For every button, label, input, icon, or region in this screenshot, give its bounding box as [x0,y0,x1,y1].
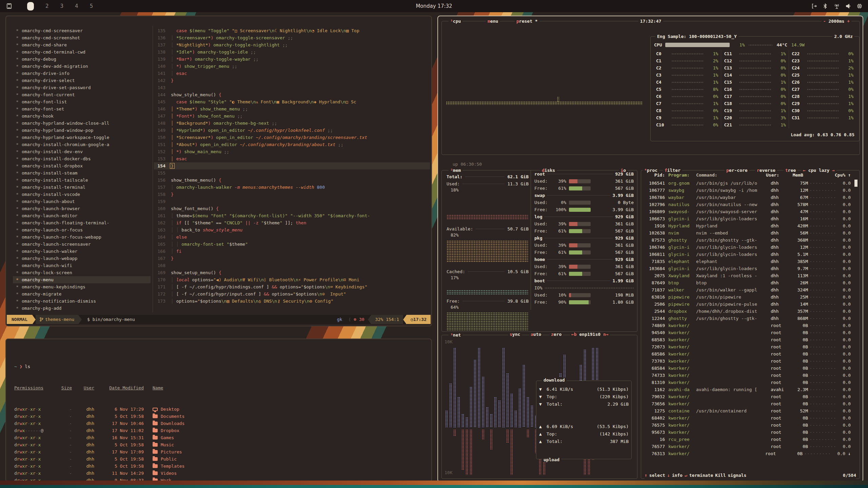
file-tree-item[interactable]: *omarchy-font-set [13,105,151,113]
table-row[interactable]: 12244ghostty/usr/bin/ghostty --gtk-dhh86… [644,315,851,322]
file-tree-item[interactable]: *omarchy-launch-about [13,198,151,205]
table-row[interactable]: 71835elephantelephantdhh385M·········0.0 [644,258,851,265]
kill-key[interactable]: Kill [715,473,726,478]
file-tree-item[interactable]: *omarchy-launch-walker [13,248,151,255]
table-row[interactable]: 1275containe/usr/bin/containerdroot52M··… [644,407,851,414]
table-row[interactable]: 81310kworker/root0B·········0.0 [644,379,851,386]
menu-button[interactable]: menu [486,18,500,24]
file-tree-item[interactable]: *omarchy-hook [13,113,151,120]
cpu-box-title[interactable]: ¹cpu [449,18,462,24]
network-icon[interactable] [833,3,840,9]
code-editor[interactable]: 135 case $(menu "Toggle" "◫ Screensaver\… [154,27,430,305]
code-line[interactable]: 140│ *) show_trigger_menu ;; [154,63,430,70]
bluetooth-icon[interactable] [822,3,828,9]
code-line[interactable]: 156show_theme_menu() { [154,177,430,184]
table-row[interactable]: 73703kworker/root0B·········0.0 [644,358,851,365]
file-tree-item[interactable]: *omarchy-drive-set-password [13,84,151,91]
table-row[interactable]: 106746glycin-i/usr/lib/glycin-loadersdhh… [644,244,851,251]
table-row[interactable]: 102638nvimnvim --embeddhh56M·········0.0 [644,229,851,237]
code-line[interactable]: 163│ │ back_to show_style_menu [154,226,430,233]
code-line[interactable]: 160show_font_menu() { [154,205,430,212]
file-tree-item[interactable]: *omarchy-hyprland-window-close-all [13,120,151,127]
table-row[interactable]: 68583kworker/root0B·········0.0 [644,336,851,343]
file-tree-item[interactable]: *omarchy-launch-floating-terminal- [13,219,151,226]
table-row[interactable]: 63816pipewire/usr/bin/pipewiredhh25M····… [644,293,851,301]
file-tree-item[interactable]: *omarchy-install-dev-env [13,148,151,155]
table-row[interactable]: 106811glycin-i/usr/lib/glycin-loadersdhh… [644,251,851,258]
list-item[interactable]: drwxr-xr-x-dhh 5 Oct 19:58Public [14,455,425,463]
code-line[interactable]: 155 [154,169,430,177]
signals-key[interactable]: signals [728,473,747,478]
file-tree-item[interactable]: *omarchy-cmd-screensaver [13,27,151,34]
file-tree-item[interactable]: *omarchy-install-tailscale [13,177,151,184]
table-row[interactable]: 95673kworker/root0B·········0.0 [644,429,851,436]
code-line[interactable]: 170│ local options="◀) Audio\nΨ Wifi\nᛒ … [154,276,430,283]
table-row[interactable]: 106673glycin-i/usr/lib/glycin-loadersdhh… [644,215,851,222]
file-tree-item[interactable]: *omarchy-cmd-share [13,41,151,48]
code-line[interactable]: 144show_style_menu() { [154,91,430,98]
code-line[interactable]: 145 case $(menu "Style" "◐ Theme\nᴀ Font… [154,98,430,105]
file-tree-item[interactable]: *omarchy-install-docker-dbs [13,155,151,162]
power-icon[interactable] [811,3,817,9]
file-tree-item[interactable]: *omarchy-install-terminal [13,184,151,191]
code-line[interactable]: 148│ *Background*) omarchy-theme-bg-next… [154,120,430,127]
table-row[interactable]: 106786waybar/usr/bin/waybardhh67M·······… [644,194,851,201]
list-item[interactable]: drwxr-xr-x-dhh 5 Oct 19:58Music [14,441,425,448]
file-tree-item[interactable]: *omarchy-drive-info [13,70,151,77]
list-item[interactable]: drwxr-xr-x-dhh 5 Oct 19:58Templates [14,463,425,470]
net-box-title[interactable]: ³net [449,332,462,338]
code-line[interactable]: 141│ esac [154,70,430,77]
proc-scrollbar[interactable] [854,180,857,187]
code-line[interactable]: 166│ fi [154,248,430,255]
file-tree-item[interactable]: *omarchy-launch-wifi [13,262,151,269]
table-row[interactable]: 79032kworker/root0B·········0.0 [644,393,851,400]
table-row[interactable]: 1916HyprlandHyprlanddhh420M·········0.0 [644,222,851,229]
table-row[interactable]: 94540kworker/root0B·········0.0 [644,329,851,336]
list-item[interactable]: drwxr-xr-x-dhh17 Nov 10:46Downloads [14,420,425,427]
table-row[interactable]: 74869kworker/root0B·········0.0 [644,322,851,329]
file-tree-item[interactable]: *omarchy-cmd-terminal-cwd [13,48,151,56]
code-line[interactable]: 162│ if [[ "$theme" == "CNCLD" || -z "$t… [154,219,430,226]
file-tree-item[interactable]: *omarchy-install-vscode [13,191,151,198]
file-tree-item[interactable]: *omarchy-launch-or-focus [13,226,151,233]
table-row[interactable]: 2506pipewire/usr/bin/pipewire-pulsedhh14… [644,301,851,308]
list-item[interactable]: drwxr-xr-x-dhh 6 Nov 17:29Desktop [14,406,425,413]
code-line[interactable]: 159 [154,198,430,205]
file-tree-item[interactable]: *omarchy-font-list [13,98,151,105]
table-row[interactable]: 1162avahi-daavahi-daemon: running [avahi… [644,386,851,393]
file-tree-item[interactable]: *omarchy-install-dropbox [13,162,151,169]
code-line[interactable]: 173│ options="$options\n▤ Defaults\n♁ DN… [154,298,430,305]
info-key[interactable]: info [672,473,683,478]
code-line[interactable]: 154} [154,162,430,169]
list-item[interactable]: drwxr-xr-x-dhh16 Nov 15:31Games [14,434,425,441]
net-auto-toggle[interactable]: auto [529,332,542,337]
table-row[interactable]: 68402kworker/root0B·········0.0 [644,414,851,422]
code-line[interactable]: 149│ *Hyprland*) open_in_editor ~/.confi… [154,127,430,134]
net-interface[interactable]: ←b enp191s0 n→ [570,332,610,337]
workspace-2[interactable]: 2 [45,3,49,9]
list-item[interactable]: drwxr-xr-x-dhh 5 Oct 19:58Documents [14,413,425,420]
table-row[interactable]: 76313kworker/root0B·········0.0↓ [644,450,851,457]
file-tree-item[interactable]: *omarchy-drive-select [13,77,151,84]
file-tree-item[interactable]: *omarchy-hyprland-workspace-toggle [13,134,151,141]
file-tree-item[interactable]: *omarchy-launch-webapp [13,255,151,262]
file-tree-item[interactable]: *omarchy-notification-dismiss [13,298,151,305]
table-row[interactable]: 106809swayosd-/usr/bin/swayosd-serverdhh… [644,208,851,215]
table-row[interactable]: 16rcu_preeroot0B·········0.0 [644,436,851,443]
code-line[interactable]: 142} [154,77,430,84]
pane-divider[interactable] [153,26,153,312]
table-row[interactable]: 87573ghostty/usr/bin/ghostty --gtk-dhh36… [644,237,851,244]
list-item[interactable]: drwxr-xr-x-dhh17 Nov 17:09Pictures [14,448,425,455]
mem-box-title[interactable]: ²mem [449,167,462,174]
workspace-4[interactable]: 4 [75,3,78,9]
code-line[interactable]: 138│ *Idle*) omarchy-toggle-idle ;; [154,48,430,56]
code-line[interactable]: 157│ omarchy-launch-walker -m menus:omar… [154,184,430,191]
preset-button[interactable]: preset * [515,18,539,24]
list-item[interactable]: drwxr-xr-x-dhh11 Nov 14:29Videos [14,470,425,477]
code-line[interactable]: 153│ esac [154,155,430,162]
file-tree-item[interactable]: *omarchy-install-steam [13,169,151,177]
table-row[interactable]: 103684glycin-i/usr/lib/glycin-loadersdhh… [644,265,851,272]
cpu-icon[interactable] [856,3,863,9]
file-tree-item[interactable]: *omarchy-dev-add-migration [13,63,151,70]
app-launcher-icon[interactable] [6,3,12,9]
